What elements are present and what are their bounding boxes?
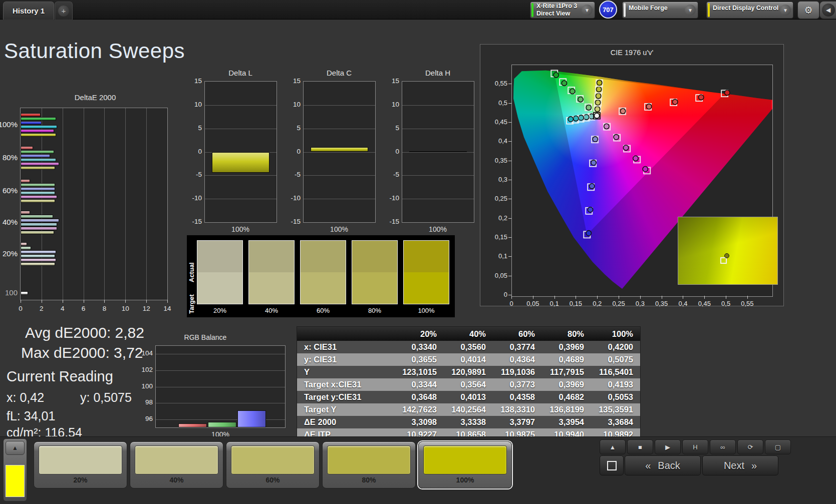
row-label: Target Y	[297, 403, 395, 416]
cie-x-tick-mark	[683, 296, 683, 299]
measured-point	[568, 117, 573, 122]
table-row: Target y:CIE310,36480,40130,43580,46820,…	[297, 391, 640, 403]
expand-patch-button[interactable]: ▲	[6, 441, 25, 455]
group-label: 60%	[0, 186, 18, 195]
stop-button[interactable]: ■	[627, 439, 653, 454]
chevrons-right-icon: »	[751, 460, 757, 471]
avg-de2000-readout: Avg dE2000: 2,82	[25, 324, 144, 341]
stop-measure-button[interactable]	[600, 455, 624, 475]
deltae-bar-cyan	[21, 254, 55, 258]
delta-l-title: Delta L	[205, 69, 275, 77]
chevron-down-icon: ▼	[780, 5, 791, 16]
add-tab-button[interactable]: +	[55, 2, 73, 20]
source-dropdown[interactable]: Mobile Forge ▼	[622, 2, 698, 19]
app-window: History 1 + X-Rite i1Pro 3 Direct View ▼…	[0, 0, 836, 504]
gridline	[304, 105, 375, 106]
group-label: 80%	[0, 153, 18, 162]
square-button[interactable]: ▢	[765, 439, 791, 454]
measured-point	[578, 97, 583, 102]
y-tick-label: -5	[285, 171, 301, 178]
gridline	[304, 199, 375, 199]
deltae-bar-magenta	[21, 162, 59, 166]
rgb-balance-chart: 1041021009896	[155, 345, 286, 428]
patch-button-60%[interactable]: 60%	[226, 441, 320, 488]
current-x-readout: x: 0,42	[7, 390, 44, 405]
gridline	[205, 199, 276, 199]
current-patch-preview[interactable]	[6, 465, 25, 497]
deltae-bar-cyan	[21, 158, 56, 162]
refresh-icon: ⟳	[748, 443, 753, 451]
cie-y-tick-mark	[508, 103, 511, 104]
current-reading-heading: Current Reading	[7, 368, 113, 385]
cie-y-tick-mark	[508, 122, 511, 123]
measured-point	[646, 104, 651, 109]
measured-point	[594, 113, 599, 118]
cell-value: 117,7915	[542, 366, 591, 378]
patch-button-80%[interactable]: 80%	[322, 441, 416, 488]
x-tick-label: 14	[160, 305, 174, 312]
deltae-bar-green	[21, 246, 31, 250]
measured-point	[553, 73, 559, 78]
table-row: Target Y142,7623140,2564138,3310136,8199…	[297, 403, 640, 416]
x-tick-label: 4	[56, 305, 70, 312]
next-button[interactable]: Next »	[702, 455, 778, 475]
back-button[interactable]: « Back	[625, 455, 701, 475]
group-label: 20%	[0, 249, 18, 258]
cell-value: 0,3564	[444, 378, 493, 391]
cie-y-tick-label: 0	[488, 291, 507, 298]
deltae-bar-yellow	[21, 262, 55, 266]
cie-y-tick-mark	[508, 199, 511, 199]
cie-y-tick-label: 0,5	[488, 99, 507, 107]
tab-history-1[interactable]: History 1	[3, 2, 54, 20]
settings-button[interactable]: ⚙	[797, 1, 819, 19]
cell-value: 0,3774	[493, 341, 542, 353]
cell-value: 0,3560	[444, 341, 493, 353]
display-control-dropdown[interactable]: Direct Display Control ▼	[706, 2, 793, 19]
swatch-target	[249, 272, 294, 304]
delta-h-title: Delta H	[403, 69, 473, 77]
cie-y-tick-label: 0,25	[488, 195, 507, 202]
h-button[interactable]: H	[682, 439, 708, 454]
gridline	[304, 152, 375, 153]
patch-color	[327, 445, 411, 474]
y-tick-label: 10	[186, 101, 202, 108]
cie-x-tick-mark	[554, 296, 555, 299]
cell-value: 0,3344	[395, 378, 444, 391]
infinity-button[interactable]: ∞	[710, 439, 736, 454]
deltae-bar-blue	[21, 187, 55, 191]
cell-value: 0,4682	[542, 391, 591, 403]
up-button[interactable]: ▲	[600, 439, 626, 454]
gridline	[304, 175, 375, 176]
cell-value: 0,3340	[395, 341, 444, 353]
measured-point	[591, 160, 596, 165]
meter-count-badge[interactable]: 707	[599, 1, 617, 19]
measured-point	[579, 115, 584, 120]
column-header	[297, 327, 395, 341]
cie-x-tick-label: 0	[502, 300, 520, 307]
gridline	[156, 354, 285, 354]
gear-icon: ⚙	[804, 5, 812, 16]
patch-button-20%[interactable]: 20%	[34, 441, 127, 488]
delta-c-xlabel: 100%	[304, 225, 374, 233]
swatch-label: 40%	[248, 307, 295, 314]
measured-point	[620, 109, 625, 114]
play-button[interactable]: ▶	[655, 439, 681, 454]
meter-dropdown[interactable]: X-Rite i1Pro 3 Direct View ▼	[530, 2, 595, 19]
swatch-label: 20%	[197, 307, 243, 314]
collapse-panel-button[interactable]: ◀	[819, 1, 836, 19]
y-tick-label: -10	[285, 194, 301, 202]
gridline	[402, 105, 474, 106]
cell-value: 0,4200	[591, 341, 640, 353]
cell-value: 138,3310	[493, 403, 542, 416]
measured-point	[614, 135, 619, 140]
cell-value: 0,4193	[591, 378, 640, 391]
patch-color	[135, 445, 218, 474]
refresh-button[interactable]: ⟳	[737, 439, 763, 454]
column-header: 40%	[444, 327, 493, 341]
gridline	[205, 129, 276, 129]
cie-y-tick-mark	[508, 141, 511, 142]
patch-button-100%[interactable]: 100%	[418, 441, 512, 488]
patch-button-40%[interactable]: 40%	[130, 441, 223, 488]
cie-y-tick-label: 0,2	[488, 214, 507, 222]
x-tick-mark	[146, 300, 147, 303]
